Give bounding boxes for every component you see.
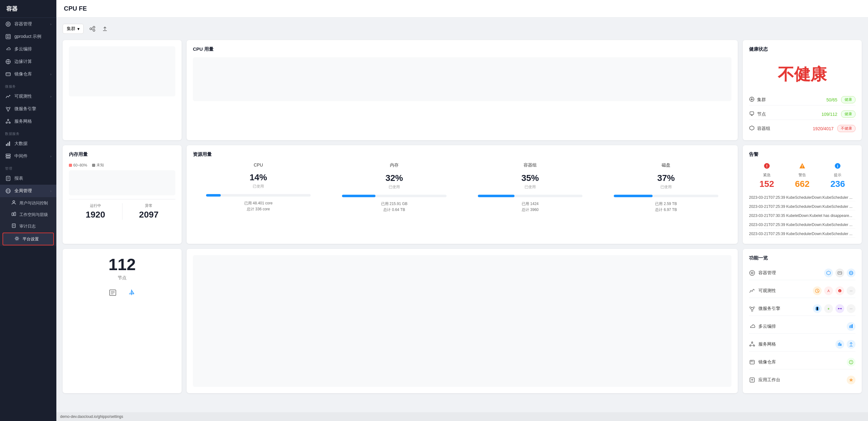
- aw-icon-1[interactable]: [847, 376, 856, 384]
- svg-point-16: [7, 119, 9, 121]
- sidebar-item-global-mgmt[interactable]: 全局管理 ›: [0, 185, 56, 197]
- urgent-value: 152: [760, 179, 774, 189]
- health-items: 集群 50/65 健康 节点: [749, 94, 856, 134]
- ms-icon-1[interactable]: [813, 304, 822, 313]
- node-action-list[interactable]: [107, 287, 118, 298]
- legend-color-60-80: [69, 164, 72, 167]
- running-value: 1920: [69, 210, 122, 220]
- svg-rect-26: [6, 156, 10, 157]
- global-mgmt-icon: [5, 188, 11, 194]
- cluster-upgrade-icon[interactable]: [100, 24, 110, 34]
- sidebar-item-observability[interactable]: 可观测性 ›: [0, 90, 56, 103]
- obs-icon-1[interactable]: [813, 286, 822, 295]
- image-repo-label: 镜像仓库: [14, 71, 32, 77]
- svg-point-92: [751, 342, 753, 343]
- sm-icon-1[interactable]: [835, 340, 844, 349]
- ms-icon-3[interactable]: [835, 304, 844, 313]
- svg-point-18: [9, 122, 10, 123]
- alert-warning: ! 警告 662: [795, 162, 810, 189]
- alert-counts: ! 紧急 152 ! 警告 662 i: [749, 162, 856, 189]
- feature-list: 容器管理: [749, 266, 856, 387]
- submenu-workspace[interactable]: 工作空间与层级: [0, 209, 56, 220]
- sidebar-item-report[interactable]: 报表: [0, 172, 56, 185]
- warning-icon: !: [795, 162, 810, 171]
- resource-grid: CPU 14% 已使用 已用 48.401 core 总计 336 core: [193, 162, 732, 213]
- svg-point-82: [753, 307, 755, 308]
- gproduct-label: gproduct 示例: [14, 34, 41, 39]
- node-label: 节点: [69, 275, 175, 281]
- obs-icon-2[interactable]: [824, 286, 833, 295]
- workspace-label: 工作空间与层级: [20, 212, 48, 218]
- container-feature-icon-1[interactable]: [824, 268, 833, 277]
- obs-icon-3[interactable]: !: [835, 286, 844, 295]
- sidebar-item-edge-compute[interactable]: 边缘计算: [0, 55, 56, 68]
- sidebar-item-bigdata[interactable]: 大数据: [0, 137, 56, 150]
- submenu-user-access[interactable]: 用户与访问控制: [0, 197, 56, 209]
- svg-text:!: !: [766, 164, 767, 168]
- svg-marker-70: [827, 271, 830, 275]
- resource-pod-bar-container: [478, 195, 582, 197]
- sm-icon-2[interactable]: [847, 340, 856, 349]
- legend-item-60-80: 60~80%: [69, 162, 87, 168]
- resource-memory-title: 内存: [329, 162, 460, 168]
- abnormal-value: 2097: [122, 210, 176, 220]
- feature-multi-cloud-icons: [847, 322, 856, 331]
- sidebar-item-image-repo[interactable]: 镜像仓库 ›: [0, 68, 56, 80]
- health-item-node: 节点 109/112 健康: [749, 108, 856, 120]
- sidebar-item-middleware[interactable]: 中间件 ›: [0, 150, 56, 162]
- obs-more[interactable]: ···: [847, 286, 856, 295]
- svg-rect-90: [850, 325, 851, 328]
- svg-rect-99: [839, 343, 840, 346]
- svg-point-83: [751, 310, 753, 312]
- sidebar-item-container-mgmt[interactable]: 容器管理 ›: [0, 18, 56, 30]
- alert-item-1: 2023-03-21T07:25:39 KubeSchedulerDown:Ku…: [749, 194, 856, 201]
- cluster-topology-icon[interactable]: [87, 24, 97, 34]
- health-status: 不健康: [749, 57, 856, 92]
- feature-overview-title: 功能一览: [749, 255, 856, 261]
- feature-image-repo-icons: [847, 358, 856, 366]
- submenu-audit-log[interactable]: 审计日志: [0, 220, 56, 232]
- submenu-platform-settings[interactable]: 平台设置: [2, 233, 54, 246]
- alert-item-4: 2023-03-21T07:25:39 KubeSchedulerDown:Ku…: [749, 221, 856, 228]
- middleware-label: 中间件: [14, 153, 28, 159]
- svg-rect-3: [7, 35, 8, 36]
- ir-icon-1[interactable]: [847, 358, 856, 366]
- row-3: 112 节点: [63, 249, 862, 393]
- resource-memory-bar-container: [342, 195, 446, 197]
- cluster-select[interactable]: 集群 ▾: [63, 24, 84, 34]
- report-icon: [5, 175, 11, 182]
- resource-cpu-label: 已使用: [193, 184, 324, 189]
- sidebar-item-microservice[interactable]: 微服务引擎: [0, 103, 56, 115]
- info-value: 236: [830, 179, 845, 189]
- urgent-icon: !: [760, 162, 774, 171]
- cluster-health-label: 集群: [757, 97, 766, 103]
- middleware-chevron: ›: [51, 155, 51, 158]
- svg-text:!: !: [839, 290, 840, 293]
- resource-disk-title: 磁盘: [600, 162, 732, 168]
- node-list-icon: [107, 287, 118, 298]
- sidebar-item-service-mesh[interactable]: 服务网格: [0, 115, 56, 128]
- sidebar-item-multi-cloud[interactable]: 多云编排: [0, 43, 56, 55]
- alert-urgent: ! 紧急 152: [760, 162, 774, 189]
- resource-disk-detail2: 总计 6.97 TB: [600, 207, 732, 213]
- feature-multi-cloud-label: 多云编排: [758, 324, 776, 329]
- container-feature-icon-3[interactable]: [847, 268, 856, 277]
- resource-pod-label: 已使用: [465, 184, 596, 190]
- workspace-icon: [11, 212, 16, 218]
- ms-more[interactable]: ···: [847, 304, 856, 313]
- container-feature-icon-2[interactable]: [835, 268, 844, 277]
- container-mgmt-chevron: ›: [51, 23, 51, 26]
- mc-icon-1[interactable]: [847, 322, 856, 331]
- ms-icon-2[interactable]: e: [824, 304, 833, 313]
- svg-rect-54: [750, 112, 754, 115]
- legend-item-unknown: 未知: [92, 162, 104, 168]
- feature-image-repo: 镜像仓库: [749, 355, 856, 369]
- node-action-sail[interactable]: [126, 287, 137, 298]
- svg-line-45: [92, 28, 93, 29]
- health-item-cluster: 集群 50/65 健康: [749, 94, 856, 105]
- url-bar: demo-dev.daocloud.io/ghippo/settings: [56, 412, 868, 421]
- resource-pod-detail2: 总计 3960: [465, 207, 596, 213]
- resource-pod-bar: [478, 195, 515, 197]
- sidebar-item-gproduct[interactable]: gproduct 示例: [0, 30, 56, 43]
- feature-app-workbench-label: 应用工作台: [758, 377, 780, 383]
